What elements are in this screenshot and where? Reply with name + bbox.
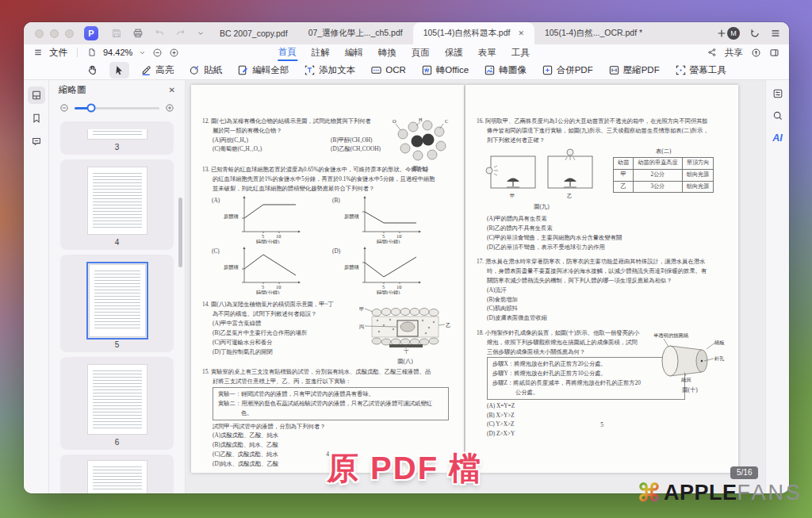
figure-pinhole: 半透明的描圖紙 紙板 針孔 紙筒 圖(十) xyxy=(652,332,728,395)
ribbon-tab[interactable]: 頁面 xyxy=(411,45,431,60)
close-panel-icon[interactable]: ✕ xyxy=(169,86,175,94)
zoom-in-icon[interactable] xyxy=(169,48,179,58)
page-thumbnail[interactable] xyxy=(60,455,174,493)
zoom-out-icon[interactable] xyxy=(152,48,163,58)
page-thumbnail[interactable]: 4 xyxy=(60,159,174,250)
pdf-page-right: 16. 阿明取甲、乙兩株長度均為1公分的大豆幼苗置於不透光的箱中，在光照方向不同… xyxy=(465,85,738,473)
document-viewer[interactable]: 12. 圖(七)為某種有機化合物的結構示意圖，試問此物質與下列何者屬於同一類的有… xyxy=(186,80,765,493)
save-icon[interactable] xyxy=(111,28,122,39)
file-menu-label[interactable]: 文件 xyxy=(49,47,67,59)
table-caption: 表(二) xyxy=(613,147,714,156)
document-tab[interactable]: 105(1-4)自然..._OCR.pdf * ✕ xyxy=(534,22,653,44)
history-refresh-icon[interactable] xyxy=(749,28,760,39)
redo-icon[interactable] xyxy=(175,28,186,39)
ribbon-tab[interactable]: 保護 xyxy=(444,45,464,60)
convert-image-button[interactable]: 轉圖像 xyxy=(480,62,530,79)
convert-office-button[interactable]: 轉Office xyxy=(417,62,473,79)
menu-icon[interactable] xyxy=(770,28,781,39)
option-graph: (C) 原體積 xyxy=(212,245,332,294)
text-line: (D) Z>X>Y xyxy=(477,429,728,439)
share-button[interactable]: 共享 xyxy=(725,47,743,59)
svg-text:原體積: 原體積 xyxy=(344,213,360,219)
ai-assistant-button[interactable]: AI xyxy=(772,132,783,144)
tool-label: 編輯全部 xyxy=(252,64,289,76)
leaf-cross-section-diagram: 甲 乙 丙 丁 xyxy=(358,301,453,354)
comments-panel-button[interactable] xyxy=(28,132,45,150)
page-thumbnail[interactable]: 3 xyxy=(60,121,174,155)
highlight-tool-button[interactable]: 高亮 xyxy=(136,62,178,79)
collapse-toolbar-icon[interactable] xyxy=(769,48,779,58)
account-avatar[interactable]: M xyxy=(727,27,740,40)
question-14: 14. 圖(八)為某陸生植物葉片的橫切面示意圖，甲~丁為不同的構造。試問下列敘述… xyxy=(202,300,454,362)
new-tab-button[interactable] xyxy=(716,22,727,44)
compress-pdf-button[interactable]: 壓縮PDF xyxy=(604,62,664,79)
print-icon[interactable] xyxy=(132,28,144,39)
ribbon-tab[interactable]: 表單 xyxy=(477,45,497,60)
svg-text:半透明的描圖紙: 半透明的描圖紙 xyxy=(653,332,689,339)
hand-icon xyxy=(86,64,98,76)
bookmarks-panel-button[interactable] xyxy=(28,109,45,127)
svg-text:C: C xyxy=(445,118,448,124)
screen-capture-icon xyxy=(675,64,687,76)
file-menu-icon[interactable] xyxy=(33,48,43,57)
cursor-icon xyxy=(113,64,125,76)
watermark-brand-light: FANS xyxy=(737,481,802,505)
merge-pdf-button[interactable]: 合併PDF xyxy=(538,62,597,79)
add-text-icon xyxy=(304,64,316,76)
text-line: 則下列敘述何者正確？ xyxy=(477,136,728,145)
slider-handle[interactable] xyxy=(87,104,96,113)
thumbnail-preview[interactable] xyxy=(89,264,146,337)
option-graph: (B) 原體積 xyxy=(332,194,453,244)
undo-icon[interactable] xyxy=(154,28,165,39)
add-text-button[interactable]: 添加文本 xyxy=(300,62,359,79)
page-thumbnail[interactable]: 5 xyxy=(60,255,174,352)
ribbon-tab[interactable]: 編輯 xyxy=(344,45,364,60)
page-thumbnail[interactable]: 6 xyxy=(60,357,174,450)
page-fit-icon[interactable] xyxy=(87,48,97,57)
sticker-tool-button[interactable]: 貼紙 xyxy=(185,62,226,79)
zoom-window-button[interactable] xyxy=(65,29,74,38)
ocr-button[interactable]: OCR xyxy=(366,62,410,79)
thumbnail-size-slider[interactable] xyxy=(75,107,159,109)
molecule-diagram: O H C xyxy=(391,117,450,161)
hand-tool-button[interactable] xyxy=(82,62,102,79)
thumbnails-panel-button[interactable] xyxy=(28,86,45,104)
screen-tools-button[interactable]: 螢幕工具 xyxy=(671,62,730,79)
thumbnail-size-slider-row xyxy=(49,99,185,117)
panel-scrollbar[interactable] xyxy=(178,198,182,267)
document-tab[interactable]: BC 2007_copy.pdf ✕ xyxy=(209,22,298,44)
ribbon-tab[interactable]: 工具 xyxy=(511,45,530,60)
page-number: 5 xyxy=(465,420,738,430)
zoom-level-value[interactable]: 94.42% xyxy=(103,48,132,57)
text-line: (D)乙的莖頂不彎曲，表示不受地球引力的作用 xyxy=(477,243,728,252)
minimize-window-button[interactable] xyxy=(50,29,59,38)
select-tool-button[interactable] xyxy=(109,62,129,79)
close-window-button[interactable] xyxy=(35,29,44,38)
close-tab-icon[interactable]: ✕ xyxy=(518,29,524,37)
thumbnail-preview[interactable] xyxy=(87,167,147,235)
thumbnail-preview[interactable] xyxy=(87,364,147,435)
ribbon-tab[interactable]: 轉換 xyxy=(377,45,397,60)
question-12: 12. 圖(七)為某種有機化合物的結構示意圖，試問此物質與下列何者屬於同一類的有… xyxy=(202,117,454,159)
svg-text:時間(分鐘): 時間(分鐘) xyxy=(377,239,400,244)
ribbon-tab[interactable]: 註解 xyxy=(311,45,331,60)
watermark: ⌘ APPLE FANS xyxy=(637,478,802,508)
upload-cloud-icon[interactable] xyxy=(751,48,761,58)
zoom-dropdown-icon[interactable] xyxy=(139,49,146,56)
document-tab[interactable]: 105(1-4)自然科題本.pdf ✕ xyxy=(413,22,534,44)
edit-all-button[interactable]: 編輯全部 xyxy=(233,62,293,79)
properties-icon[interactable] xyxy=(772,88,783,99)
chevron-down-icon[interactable] xyxy=(197,29,205,37)
quick-actions xyxy=(111,22,205,44)
search-icon[interactable] xyxy=(772,110,783,121)
thumbnail-preview[interactable] xyxy=(87,129,147,140)
document-tab[interactable]: 07_選修化學上..._ch5.pdf ✕ xyxy=(298,22,413,44)
volume-time-chart: 原體積 5 10 時間(分鐘) xyxy=(222,245,303,294)
slider-zoom-out-icon[interactable] xyxy=(59,103,69,113)
thumbnail-preview[interactable] xyxy=(87,460,147,493)
slider-zoom-in-icon[interactable] xyxy=(165,103,174,113)
graph-label: (B) xyxy=(332,196,340,205)
text-line: 關防寒衣減少體熱流失的機制，與下列人體的哪一項生理反應最為相似？ xyxy=(477,276,728,286)
page-content: 12. 圖(七)為某種有機化合物的結構示意圖，試問此物質與下列何者屬於同一類的有… xyxy=(191,85,464,469)
ribbon-tab[interactable]: 首頁 xyxy=(278,44,297,61)
